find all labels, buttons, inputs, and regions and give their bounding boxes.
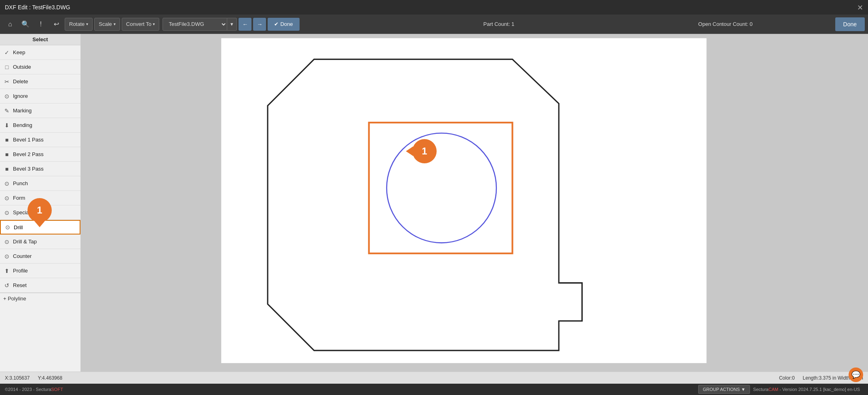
sidebar-item-bevel3[interactable]: ■ Bevel 3 Pass	[0, 162, 80, 176]
open-contour-count: Open Contour Count: 0	[698, 21, 752, 27]
scale-caret-icon: ▾	[114, 22, 116, 26]
version-red: CAM	[769, 387, 778, 392]
scale-dropdown[interactable]: Scale ▾	[94, 18, 120, 31]
sidebar-item-outside[interactable]: □ Outside	[0, 60, 80, 74]
done-label: Done	[280, 21, 293, 27]
canvas-badge: 1	[412, 139, 437, 163]
sidebar-item-profile[interactable]: ⬆ Profile	[0, 264, 80, 278]
canvas-area[interactable]: 1	[81, 34, 868, 372]
drilltap-label: Drill & Tap	[13, 239, 37, 245]
drill-icon: ⊙	[4, 224, 11, 230]
file-select-caret-icon[interactable]: ▾	[227, 18, 237, 31]
outside-label: Outside	[13, 64, 31, 70]
ignore-label: Ignore	[13, 93, 28, 99]
delete-label: Delete	[13, 78, 28, 84]
sidebar-badge: 1	[27, 198, 52, 222]
drawing-svg	[81, 34, 868, 372]
footer: ©2014 - 2023 - SecturaSOFT GROUP ACTIONS…	[0, 384, 868, 395]
app-title: DXF Edit : TestFile3.DWG	[5, 4, 70, 11]
prev-button[interactable]: ←	[239, 18, 251, 31]
bevel1-icon: ■	[3, 137, 11, 143]
counter-label: Counter	[13, 253, 32, 259]
keep-icon: ✓	[3, 49, 11, 56]
next-button[interactable]: →	[253, 18, 266, 31]
reset-label: Reset	[13, 282, 27, 288]
form-icon: ⊙	[3, 195, 11, 201]
copyright-red: SOFT	[51, 387, 63, 392]
version-brand: Sectura	[753, 387, 769, 392]
sidebar-item-drilltap[interactable]: ⊙ Drill & Tap	[0, 234, 80, 249]
chat-icon: 💬	[851, 370, 860, 379]
outside-icon: □	[3, 64, 11, 70]
convert-to-caret-icon: ▾	[153, 22, 155, 26]
sidebar-item-bevel2[interactable]: ■ Bevel 2 Pass	[0, 147, 80, 162]
done-button[interactable]: ✔ Done	[268, 18, 299, 31]
version-detail: - Version 2024.7.25.1 [kac_demo] en-US	[778, 387, 860, 392]
drill-label: Drill	[14, 224, 23, 230]
sidebar-item-ignore[interactable]: ⊙ Ignore	[0, 89, 80, 104]
keep-label: Keep	[13, 49, 25, 55]
main-content: Select 1 ✓ Keep □ Outside ✂ Delete ⊙ Ign…	[0, 34, 868, 372]
group-actions-button[interactable]: GROUP ACTIONS ▼	[698, 385, 750, 394]
sidebar-item-delete[interactable]: ✂ Delete	[0, 74, 80, 89]
toolbar: ⌂ 🔍 ! ↩ Rotate ▾ Scale ▾ Convert To ▾ Te…	[0, 15, 868, 34]
punch-icon: ⊙	[3, 180, 11, 187]
support-chat-button[interactable]: 💬	[849, 368, 863, 382]
punch-label: Punch	[13, 180, 28, 186]
marking-label: Marking	[13, 108, 32, 114]
convert-to-label: Convert To	[126, 21, 152, 27]
sidebar-item-punch[interactable]: ⊙ Punch	[0, 176, 80, 191]
copyright-text: ©2014 - 2023 - SecturaSOFT	[5, 387, 698, 392]
bending-icon: ⬇	[3, 122, 11, 129]
done-button-right[interactable]: Done	[835, 17, 865, 31]
done-checkmark-icon: ✔	[274, 21, 279, 27]
undo-button[interactable]: ↩	[49, 17, 63, 31]
counter-icon: ⊙	[3, 253, 11, 260]
profile-icon: ⬆	[3, 268, 11, 274]
polyline-item[interactable]: + Polyline	[0, 293, 80, 304]
bevel1-label: Bevel 1 Pass	[13, 137, 44, 143]
sidebar-item-counter[interactable]: ⊙ Counter	[0, 249, 80, 264]
reset-icon: ↺	[3, 282, 11, 289]
marking-icon: ✎	[3, 108, 11, 114]
special-icon: ⊙	[3, 209, 11, 216]
polyline-label: + Polyline	[3, 296, 26, 302]
sidebar-item-marking[interactable]: ✎ Marking	[0, 104, 80, 118]
convert-to-dropdown[interactable]: Convert To ▾	[122, 18, 160, 31]
bevel3-icon: ■	[3, 166, 11, 172]
sidebar-item-reset[interactable]: ↺ Reset	[0, 278, 80, 293]
title-bar: DXF Edit : TestFile3.DWG ✕	[0, 0, 868, 15]
search-button[interactable]: 🔍	[19, 17, 32, 31]
rotate-dropdown[interactable]: Rotate ▾	[65, 18, 93, 31]
canvas-badge-label: 1	[422, 146, 427, 157]
close-button[interactable]: ✕	[857, 3, 863, 12]
bending-label: Bending	[13, 122, 32, 128]
sidebar-item-bevel1[interactable]: ■ Bevel 1 Pass	[0, 133, 80, 147]
x-coord: X:3.105637	[5, 375, 30, 381]
sidebar-item-bending[interactable]: ⬇ Bending	[0, 118, 80, 133]
bevel2-icon: ■	[3, 151, 11, 158]
version-text: SecturaCAM - Version 2024.7.25.1 [kac_de…	[753, 387, 860, 392]
sidebar-header: Select	[0, 34, 80, 45]
rotate-label: Rotate	[69, 21, 84, 27]
file-select-wrapper: TestFile3.DWG ▾	[163, 18, 237, 31]
form-label: Form	[13, 195, 25, 201]
scale-label: Scale	[99, 21, 112, 27]
home-button[interactable]: ⌂	[3, 17, 17, 31]
part-count: Part Count: 1	[301, 21, 697, 27]
sidebar: Select 1 ✓ Keep □ Outside ✂ Delete ⊙ Ign…	[0, 34, 81, 372]
sidebar-badge-label: 1	[37, 205, 42, 216]
info-button[interactable]: !	[34, 17, 48, 31]
file-select[interactable]: TestFile3.DWG	[163, 18, 227, 31]
copyright-label: ©2014 - 2023 - Sectura	[5, 387, 51, 392]
sidebar-item-keep[interactable]: ✓ Keep	[0, 45, 80, 60]
delete-icon: ✂	[3, 78, 11, 85]
bevel2-label: Bevel 2 Pass	[13, 151, 44, 157]
drilltap-icon: ⊙	[3, 239, 11, 245]
color-value: Color:0	[779, 375, 795, 381]
bevel3-label: Bevel 3 Pass	[13, 166, 44, 172]
ignore-icon: ⊙	[3, 93, 11, 99]
status-bar: X:3.105637 Y:4.463968 Color:0 Length:3.3…	[0, 372, 868, 384]
profile-label: Profile	[13, 268, 28, 274]
rotate-caret-icon: ▾	[86, 22, 88, 26]
